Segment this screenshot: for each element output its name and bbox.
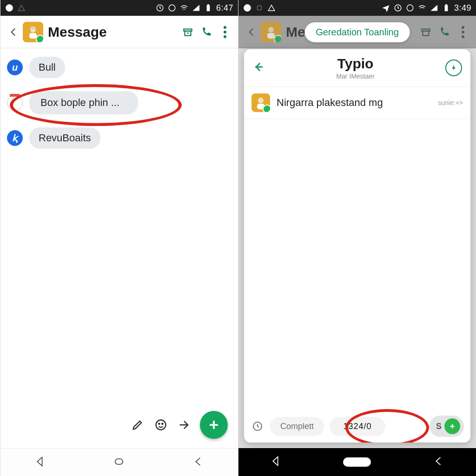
card-body — [244, 119, 470, 410]
compose-fab[interactable] — [200, 411, 228, 439]
android-nav-bar — [0, 448, 238, 476]
svg-point-3 — [169, 5, 175, 11]
svg-rect-7 — [29, 33, 37, 39]
footer-action-group[interactable]: S — [430, 416, 464, 437]
chat-body: u Bull Box bople phin ... ⱪ RevuBoaits — [0, 48, 238, 170]
message-row[interactable]: ⱪ RevuBoaits — [7, 127, 231, 149]
status-time: 6:47 — [216, 3, 233, 13]
status-bar: 3:49 — [238, 0, 476, 16]
card-title: Typio — [265, 56, 445, 72]
battery-icon — [204, 4, 212, 12]
overflow-menu[interactable] — [216, 23, 234, 41]
edit-icon[interactable] — [130, 417, 145, 432]
status-dim-icon — [255, 4, 264, 12]
battery-icon — [442, 4, 450, 12]
sync-icon — [394, 4, 402, 12]
back-button[interactable] — [4, 23, 23, 41]
sender-avatar: ⱪ — [7, 130, 23, 146]
status-app-icon: u — [5, 4, 13, 12]
row-meta: sunie:+> — [438, 99, 463, 106]
svg-rect-8 — [30, 26, 36, 29]
card-footer: Complett 1324/0 S — [244, 410, 470, 443]
phone-right: 3:49 Mess Geredation Toanling Typio Mar … — [238, 0, 476, 476]
svg-point-15 — [244, 5, 251, 12]
message-row[interactable]: Box bople phin ... — [7, 91, 231, 114]
chat-title: Message — [48, 24, 178, 40]
signal-icon — [430, 4, 438, 12]
row-avatar — [251, 93, 270, 112]
svg-point-25 — [258, 98, 264, 103]
message-row[interactable]: u Bull — [7, 57, 231, 78]
sender-avatar — [7, 95, 23, 111]
card-back-button[interactable] — [252, 60, 265, 75]
android-nav-bar — [238, 448, 476, 476]
footer-label-pill[interactable]: Complett — [270, 417, 324, 436]
add-fab[interactable] — [444, 418, 460, 434]
svg-rect-19 — [445, 6, 448, 11]
nav-back-icon[interactable] — [269, 455, 282, 469]
call-button[interactable] — [197, 23, 216, 41]
sender-avatar: u — [7, 60, 23, 75]
svg-point-13 — [162, 423, 163, 424]
sync-icon — [156, 4, 164, 12]
svg-rect-5 — [207, 5, 209, 6]
nav-recent-icon[interactable] — [192, 455, 205, 470]
status-time: 3:49 — [454, 3, 471, 13]
archive-button[interactable] — [178, 23, 197, 41]
result-row[interactable]: Nirgarra plakestand mg sunie:+> — [244, 86, 470, 119]
status-app-icon — [243, 4, 251, 12]
history-icon[interactable] — [251, 419, 264, 433]
chat-header: Message — [0, 16, 238, 48]
sticker-icon[interactable] — [153, 417, 168, 432]
download-button[interactable] — [445, 60, 462, 76]
footer-s-label: S — [436, 422, 442, 431]
signal-muted-icon — [17, 4, 26, 12]
signal-muted-icon — [267, 4, 276, 12]
svg-rect-16 — [258, 6, 262, 10]
compose-bar — [0, 406, 238, 443]
clock-icon — [168, 4, 176, 12]
plane-icon — [382, 4, 390, 12]
wifi-icon — [180, 4, 188, 12]
svg-rect-26 — [257, 104, 264, 109]
nav-home-icon[interactable] — [343, 457, 371, 467]
contact-avatar[interactable] — [23, 22, 43, 42]
svg-point-11 — [156, 420, 166, 430]
svg-rect-20 — [445, 5, 447, 6]
message-bubble: Bull — [29, 57, 65, 78]
message-bubble: Box bople phin ... — [29, 91, 138, 114]
nav-recent-icon[interactable] — [432, 455, 445, 469]
wifi-icon — [418, 4, 426, 12]
card-subtitle: Mar IMestaer — [265, 73, 445, 80]
status-bar: u 6:47 — [0, 0, 238, 16]
svg-rect-4 — [207, 6, 210, 11]
svg-point-18 — [407, 5, 413, 11]
row-text: Nirgarra plakestand mg — [277, 97, 431, 109]
send-arrow-icon[interactable] — [177, 417, 192, 432]
svg-rect-14 — [115, 459, 123, 464]
svg-text:u: u — [8, 6, 10, 10]
tooltip-pill: Geredation Toanling — [304, 22, 410, 42]
footer-value-pill[interactable]: 1324/0 — [330, 417, 385, 436]
nav-home-icon[interactable] — [112, 455, 126, 470]
message-bubble: RevuBoaits — [29, 127, 100, 149]
nav-back-icon[interactable] — [33, 455, 46, 470]
svg-point-12 — [159, 423, 159, 424]
typio-card: Typio Mar IMestaer Nirgarra plakestand m… — [244, 49, 470, 443]
clock-icon — [406, 4, 414, 12]
signal-icon — [192, 4, 200, 12]
phone-left: u 6:47 Message u Bull Box bople phin ... — [0, 0, 238, 476]
